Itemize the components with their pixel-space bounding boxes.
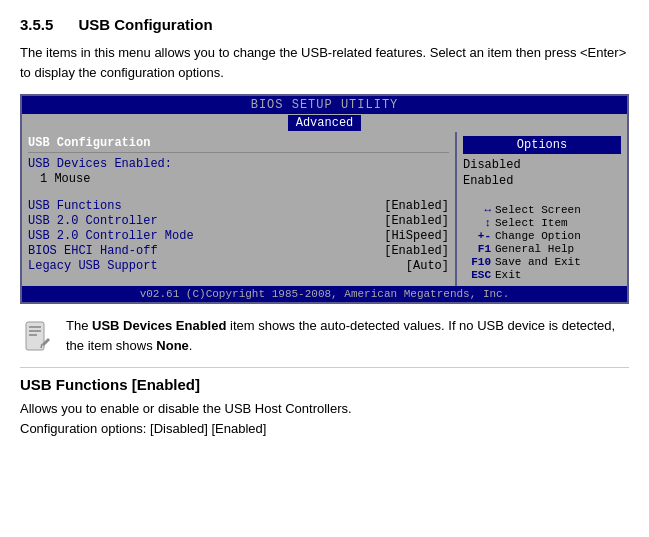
bios-right-panel: Options Disabled Enabled ↔ Select Screen… [457, 132, 627, 286]
legend-key: ↔ [463, 204, 491, 216]
legend-row-f1: F1 General Help [463, 243, 621, 255]
row-value: [HiSpeed] [384, 229, 449, 243]
legend-key: +- [463, 230, 491, 242]
usb-functions-config-options: Configuration options: [Disabled] [Enabl… [20, 419, 629, 439]
section-divider [20, 367, 629, 368]
legend-desc: Select Screen [495, 204, 581, 216]
note-bold-1: USB Devices Enabled [92, 318, 226, 333]
bios-section-label: USB Configuration [28, 136, 449, 153]
note-text: The USB Devices Enabled item shows the a… [66, 316, 629, 355]
section-heading: USB Configuration [78, 16, 212, 33]
section-header: 3.5.5 USB Configuration The items in thi… [20, 16, 629, 82]
note-bold-2: None [156, 338, 189, 353]
row-usb-functions[interactable]: USB Functions [Enabled] [28, 199, 449, 213]
section-number: 3.5.5 [20, 16, 53, 33]
bios-tab-row: Advanced [22, 114, 627, 132]
legend-desc: Select Item [495, 217, 568, 229]
devices-enabled-label: USB Devices Enabled: [28, 157, 449, 171]
legend-key: F1 [463, 243, 491, 255]
option-disabled[interactable]: Disabled [463, 158, 621, 172]
legend-row-change-option: +- Change Option [463, 230, 621, 242]
legend-desc: General Help [495, 243, 574, 255]
note-end-text: . [189, 338, 193, 353]
bios-legend: ↔ Select Screen ↕ Select Item +- Change … [463, 204, 621, 281]
legend-key: ↕ [463, 217, 491, 229]
usb-functions-section: USB Functions [Enabled] Allows you to en… [20, 376, 629, 438]
row-label: Legacy USB Support [28, 259, 158, 273]
bios-footer: v02.61 (C)Copyright 1985-2008, American … [22, 286, 627, 302]
legend-key: F10 [463, 256, 491, 268]
bios-content: USB Configuration USB Devices Enabled: 1… [22, 132, 627, 286]
intro-text: The items in this menu allows you to cha… [20, 43, 629, 82]
row-label: BIOS EHCI Hand-off [28, 244, 158, 258]
legend-row-f10: F10 Save and Exit [463, 256, 621, 268]
row-value: [Enabled] [384, 214, 449, 228]
note-box: The USB Devices Enabled item shows the a… [20, 316, 629, 355]
legend-row-esc: ESC Exit [463, 269, 621, 281]
row-bios-ehci[interactable]: BIOS EHCI Hand-off [Enabled] [28, 244, 449, 258]
legend-desc: Exit [495, 269, 521, 281]
row-label: USB Functions [28, 199, 122, 213]
devices-enabled-value: 1 Mouse [40, 172, 449, 186]
legend-key: ESC [463, 269, 491, 281]
option-enabled[interactable]: Enabled [463, 174, 621, 188]
options-title: Options [463, 136, 621, 154]
svg-line-5 [41, 344, 42, 348]
legend-desc: Save and Exit [495, 256, 581, 268]
bios-left-panel: USB Configuration USB Devices Enabled: 1… [22, 132, 457, 286]
row-usb20-controller[interactable]: USB 2.0 Controller [Enabled] [28, 214, 449, 228]
row-usb20-controller-mode[interactable]: USB 2.0 Controller Mode [HiSpeed] [28, 229, 449, 243]
legend-desc: Change Option [495, 230, 581, 242]
row-value: [Enabled] [384, 244, 449, 258]
row-label: USB 2.0 Controller Mode [28, 229, 194, 243]
row-label: USB 2.0 Controller [28, 214, 158, 228]
note-pencil-icon [20, 318, 56, 354]
svg-rect-2 [29, 330, 41, 332]
bios-setup-utility: BIOS SETUP UTILITY Advanced USB Configur… [20, 94, 629, 304]
row-value: [Auto] [406, 259, 449, 273]
section-title: 3.5.5 USB Configuration [20, 16, 629, 33]
bios-header-bar: BIOS SETUP UTILITY [22, 96, 627, 114]
svg-rect-1 [29, 326, 41, 328]
usb-functions-description: Allows you to enable or disable the USB … [20, 399, 629, 419]
row-legacy-usb[interactable]: Legacy USB Support [Auto] [28, 259, 449, 273]
svg-rect-3 [29, 334, 37, 336]
bios-tab-advanced[interactable]: Advanced [288, 115, 362, 131]
legend-row-select-screen: ↔ Select Screen [463, 204, 621, 216]
usb-functions-title: USB Functions [Enabled] [20, 376, 629, 393]
legend-row-select-item: ↕ Select Item [463, 217, 621, 229]
row-value: [Enabled] [384, 199, 449, 213]
